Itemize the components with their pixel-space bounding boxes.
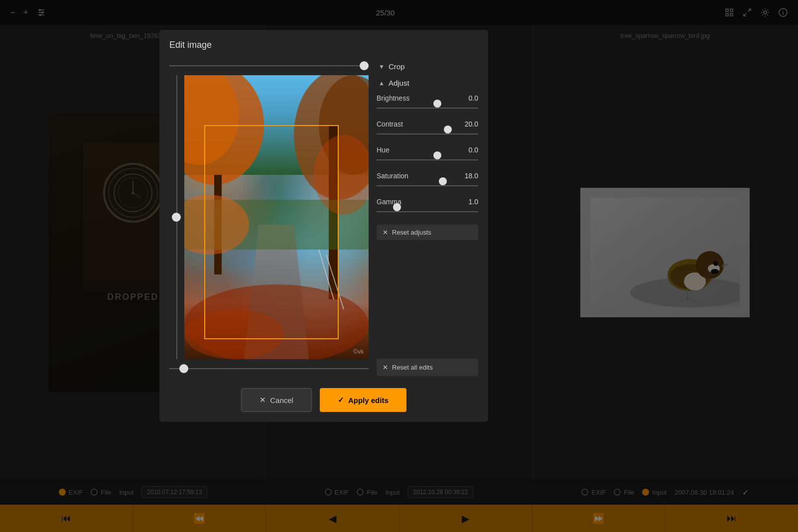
contrast-thumb[interactable]	[444, 126, 452, 133]
brightness-label: Brightness	[377, 94, 409, 102]
hue-row: Hue 0.0	[377, 146, 478, 154]
modal-title: Edit image	[169, 40, 478, 50]
brightness-value: 0.0	[469, 94, 478, 102]
contrast-slider[interactable]	[377, 129, 478, 139]
brightness-row: Brightness 0.0	[377, 94, 478, 102]
gamma-track	[377, 211, 478, 212]
top-slider-track	[169, 65, 369, 66]
modal-body: ▼ Crop ▲ Adjust Brightness 0.0 Contrast …	[169, 58, 478, 376]
reset-all-label: Reset all edits	[392, 364, 433, 371]
image-row	[169, 75, 369, 359]
left-slider-container	[169, 75, 184, 359]
image-area	[169, 58, 369, 376]
saturation-row: Saturation 18.0	[377, 172, 478, 180]
cancel-x-icon: ✕	[260, 396, 266, 404]
contrast-track	[377, 133, 478, 134]
gamma-thumb[interactable]	[393, 203, 401, 211]
gamma-slider[interactable]	[377, 207, 478, 217]
cancel-button[interactable]: ✕ Cancel	[241, 388, 312, 412]
reset-adjusts-button[interactable]: ✕ Reset adjusts	[377, 225, 478, 240]
svg-point-43	[184, 309, 284, 359]
brightness-slider[interactable]	[377, 103, 478, 113]
adjust-label: Adjust	[389, 79, 409, 87]
gamma-value: 1.0	[469, 198, 478, 206]
apply-check-icon: ✓	[338, 396, 344, 404]
contrast-row: Contrast 20.0	[377, 120, 478, 128]
bottom-slider-thumb[interactable]	[179, 364, 188, 373]
adjust-section-header[interactable]: ▲ Adjust	[377, 75, 478, 91]
reset-adjusts-x-icon: ✕	[383, 229, 388, 236]
left-slider-thumb[interactable]	[172, 213, 181, 222]
reset-all-x-icon: ✕	[383, 364, 388, 371]
apply-edits-button[interactable]: ✓ Apply edits	[320, 388, 406, 412]
right-panel-controls: ▼ Crop ▲ Adjust Brightness 0.0 Contrast …	[377, 58, 478, 376]
top-slider-thumb[interactable]	[360, 61, 369, 70]
contrast-value: 20.0	[465, 120, 478, 128]
bottom-slider-track	[169, 368, 369, 369]
saturation-track	[377, 185, 478, 186]
nature-photo	[184, 75, 369, 359]
hue-thumb[interactable]	[433, 151, 441, 159]
bottom-slider-container	[169, 361, 369, 376]
top-slider-container	[169, 58, 369, 73]
adjust-arrow-icon: ▲	[379, 80, 385, 87]
contrast-label: Contrast	[377, 120, 403, 128]
reset-adjusts-label: Reset adjusts	[392, 229, 431, 236]
cancel-label: Cancel	[270, 396, 293, 404]
hue-slider[interactable]	[377, 155, 478, 165]
hue-track	[377, 159, 478, 160]
saturation-value: 18.0	[465, 172, 478, 180]
saturation-slider[interactable]	[377, 181, 478, 191]
hue-value: 0.0	[469, 146, 478, 154]
crop-arrow-icon: ▼	[379, 63, 385, 70]
crop-label: Crop	[389, 62, 405, 71]
gamma-row: Gamma 1.0	[377, 198, 478, 206]
saturation-thumb[interactable]	[439, 177, 447, 185]
saturation-label: Saturation	[377, 172, 408, 180]
brightness-thumb[interactable]	[433, 100, 441, 108]
edit-image-modal: Edit image	[159, 30, 488, 422]
brightness-track	[377, 108, 478, 109]
apply-label: Apply edits	[348, 396, 389, 404]
hue-label: Hue	[377, 146, 390, 154]
crop-section-header[interactable]: ▼ Crop	[377, 58, 478, 75]
reset-all-button[interactable]: ✕ Reset all edits	[377, 359, 478, 376]
modal-footer: ✕ Cancel ✓ Apply edits	[169, 388, 478, 412]
